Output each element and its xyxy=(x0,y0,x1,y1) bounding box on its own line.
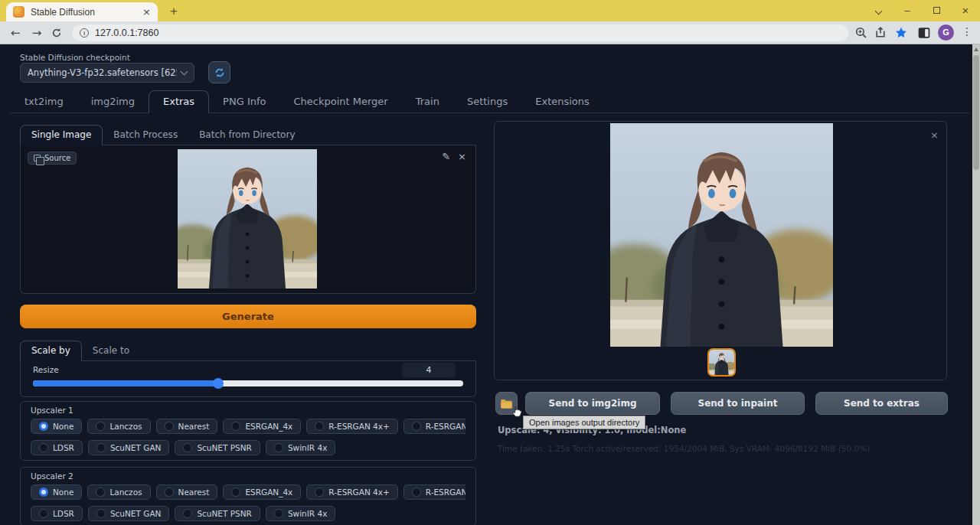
url-text: 127.0.0.1:7860 xyxy=(95,28,158,38)
upscaler1-option-swinir4x[interactable]: SwinIR 4x xyxy=(266,440,335,455)
checkpoint-dropdown[interactable]: Anything-V3-fp32.safetensors [625a2ba2] xyxy=(20,63,194,83)
checkpoint-label: Stable Diffusion checkpoint xyxy=(20,53,130,62)
slider-fill xyxy=(33,380,218,386)
site-info-icon[interactable]: i xyxy=(80,28,89,38)
back-icon[interactable]: ← xyxy=(8,25,23,41)
tab-scale-to[interactable]: Scale to xyxy=(82,341,140,360)
tab-txt2img[interactable]: txt2img xyxy=(11,91,77,112)
slider-handle[interactable] xyxy=(213,378,224,389)
new-tab-button[interactable]: + xyxy=(165,3,182,20)
chevron-down-icon xyxy=(181,67,188,75)
subtab-batch-process[interactable]: Batch Process xyxy=(103,126,188,145)
upscaler1-option-resrgan4x[interactable]: R-ESRGAN 4x+ xyxy=(306,419,397,434)
radio-icon xyxy=(96,422,105,431)
resize-value-input[interactable]: 4 xyxy=(402,363,456,377)
window-minimize-button[interactable]: – xyxy=(897,2,917,19)
generate-button[interactable]: Generate xyxy=(20,305,476,328)
scale-by-panel: Resize 4 xyxy=(20,361,476,397)
scrollbar-thumb[interactable] xyxy=(973,55,979,170)
subtab-batch-from-directory[interactable]: Batch from Directory xyxy=(188,126,305,145)
radio-icon xyxy=(165,422,174,431)
source-image-dropzone[interactable]: Source ✎ × xyxy=(20,145,476,294)
upscaler1-option-ldsr[interactable]: LDSR xyxy=(31,440,83,455)
radio-icon xyxy=(183,443,192,452)
radio-icon xyxy=(274,509,283,518)
source-image xyxy=(178,149,317,289)
upscaler2-label: Upscaler 2 xyxy=(31,471,466,481)
upscaler2-option-resrgan-anime6b[interactable]: R-ESRGAN 4x+ Anime6B xyxy=(403,484,466,500)
tab-close-icon[interactable]: × xyxy=(142,7,151,17)
clear-image-icon[interactable]: × xyxy=(458,151,466,162)
browser-menu-icon[interactable]: ⋮ xyxy=(962,25,972,38)
upscaler2-group: Upscaler 2 None Lanczos Nearest ESRGAN_4… xyxy=(20,467,476,525)
send-to-inpaint-button[interactable]: Send to inpaint xyxy=(671,392,805,415)
main-tab-bar: txt2img img2img Extras PNG Info Checkpoi… xyxy=(11,90,969,113)
refresh-icon xyxy=(214,67,226,79)
upscaler1-group: Upscaler 1 None Lanczos Nearest ESRGAN_4… xyxy=(20,401,476,461)
radio-icon xyxy=(412,488,421,497)
profile-avatar[interactable]: G xyxy=(938,24,954,41)
upscaler1-option-lanczos[interactable]: Lanczos xyxy=(87,419,150,434)
upscaler1-option-nearest[interactable]: Nearest xyxy=(156,419,218,434)
radio-icon xyxy=(39,509,48,518)
scrollbar-up-arrow[interactable] xyxy=(974,47,978,51)
send-to-extras-button[interactable]: Send to extras xyxy=(815,392,948,415)
upscaler2-option-resrgan4x[interactable]: R-ESRGAN 4x+ xyxy=(306,484,397,500)
copy-icon xyxy=(34,155,41,161)
radio-icon xyxy=(39,422,48,431)
tab-checkpoint-merger[interactable]: Checkpoint Merger xyxy=(279,91,401,112)
tab-extensions[interactable]: Extensions xyxy=(521,91,603,112)
resize-label: Resize xyxy=(33,365,59,374)
upscaler2-option-ldsr[interactable]: LDSR xyxy=(31,506,83,521)
send-to-img2img-button[interactable]: Send to img2img xyxy=(525,392,660,415)
window-maximize-button[interactable] xyxy=(926,2,946,19)
tooltip: Open images output directory xyxy=(523,416,645,429)
reload-icon[interactable] xyxy=(49,25,64,41)
forward-icon[interactable]: → xyxy=(29,25,44,41)
radio-icon xyxy=(96,509,106,518)
browser-tab[interactable]: Stable Diffusion × xyxy=(6,2,158,21)
tab-settings[interactable]: Settings xyxy=(453,91,521,112)
gallery-thumbnail[interactable] xyxy=(707,348,736,377)
upscaler1-option-scunet-psnr[interactable]: ScuNET PSNR xyxy=(175,440,260,455)
resize-slider[interactable] xyxy=(33,380,463,386)
upscaler2-option-esrgan4x[interactable]: ESRGAN_4x xyxy=(223,484,301,500)
tab-png-info[interactable]: PNG Info xyxy=(209,91,279,112)
upscaler1-option-scunet-gan[interactable]: ScuNET GAN xyxy=(88,440,170,455)
tab-extras[interactable]: Extras xyxy=(149,90,209,113)
tab-scale-by[interactable]: Scale by xyxy=(20,341,82,361)
extras-subtab-bar: Single Image Batch Process Batch from Di… xyxy=(20,122,476,145)
edit-image-icon[interactable]: ✎ xyxy=(442,151,450,162)
upscaler2-option-nearest[interactable]: Nearest xyxy=(156,484,218,500)
result-image[interactable] xyxy=(610,123,833,347)
browser-toolbar: ← → i 127.0.0.1:7860 G ⋮ xyxy=(0,21,980,44)
radio-icon xyxy=(274,443,283,452)
address-bar[interactable]: i 127.0.0.1:7860 xyxy=(72,24,848,41)
mouse-pointer-icon xyxy=(510,404,523,419)
window-chevron-icon[interactable] xyxy=(868,2,888,19)
page-scrollbar[interactable] xyxy=(972,44,980,525)
radio-icon xyxy=(96,488,105,497)
upscaler2-option-scunet-psnr[interactable]: ScuNET PSNR xyxy=(175,506,260,521)
zoom-icon[interactable] xyxy=(854,26,868,40)
side-panel-icon[interactable] xyxy=(917,26,931,40)
upscaler1-option-none[interactable]: None xyxy=(31,419,82,434)
subtab-single-image[interactable]: Single Image xyxy=(20,125,103,145)
upscaler2-option-swinir4x[interactable]: SwinIR 4x xyxy=(266,506,335,521)
scale-tab-bar: Scale by Scale to Resize 4 xyxy=(20,338,476,397)
performance-text: Time taken: 1.25s Torch active/reserved:… xyxy=(498,444,870,453)
bookmark-star-icon[interactable] xyxy=(894,26,908,40)
radio-icon xyxy=(412,422,421,431)
upscaler1-option-esrgan4x[interactable]: ESRGAN_4x xyxy=(223,419,301,434)
gallery-close-icon[interactable]: × xyxy=(930,129,939,141)
upscaler1-option-resrgan-anime6b[interactable]: R-ESRGAN 4x+ Anime6B xyxy=(403,419,466,434)
upscaler2-option-scunet-gan[interactable]: ScuNET GAN xyxy=(88,506,170,521)
window-close-button[interactable]: × xyxy=(956,2,975,19)
refresh-checkpoints-button[interactable] xyxy=(208,61,230,83)
upscaler2-option-lanczos[interactable]: Lanczos xyxy=(87,484,150,500)
tab-img2img[interactable]: img2img xyxy=(77,91,149,112)
upscaler2-option-none[interactable]: None xyxy=(31,484,82,500)
radio-icon xyxy=(315,422,324,431)
share-icon[interactable] xyxy=(874,26,888,40)
tab-train[interactable]: Train xyxy=(402,91,453,112)
